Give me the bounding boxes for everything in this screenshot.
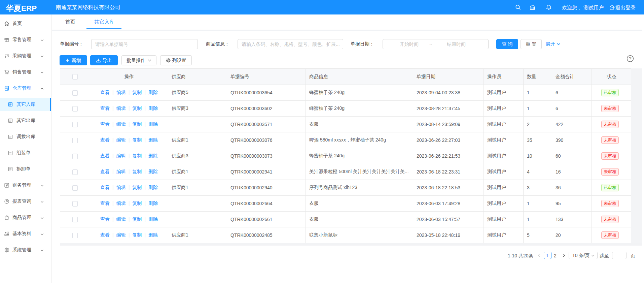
svg-text:?: ?	[629, 56, 632, 61]
